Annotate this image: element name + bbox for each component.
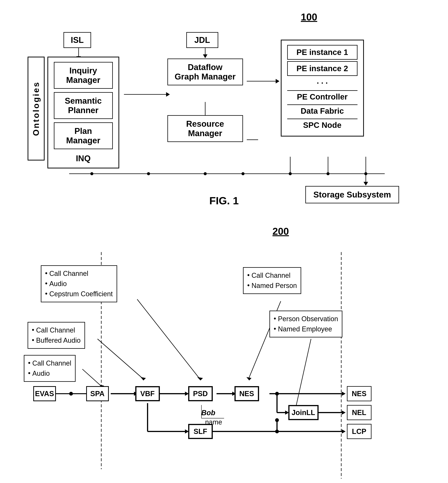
svg-point-14 [241,172,245,175]
svg-point-16 [327,172,329,175]
fig2-label-200: 200 [272,226,289,237]
annotation-box-4: •Call Channel •Named Person [243,267,301,294]
nes-node-right: NES [347,386,371,401]
dataflow-box: DataflowGraph Manager [168,59,243,85]
annotation-box-2: •Call Channel •Buffered Audio [28,322,85,349]
svg-marker-55 [342,429,346,434]
plan-manager-box: PlanManager [54,122,113,149]
svg-marker-53 [342,392,346,396]
svg-marker-57 [342,411,346,415]
semantic-planner-box: SemanticPlanner [54,92,113,119]
storage-box: Storage Subsystem [305,186,399,203]
spa-node: SPA [86,386,109,401]
ontologies-box: Ontologies [28,57,45,161]
svg-marker-44 [246,377,251,381]
svg-line-45 [296,339,311,407]
svg-point-17 [364,172,367,175]
nel-node: NEL [347,405,371,420]
svg-marker-5 [203,55,208,58]
svg-point-15 [289,172,292,175]
svg-marker-8 [276,79,280,84]
vbf-node: VBF [135,386,160,401]
bob-label: Bob [201,409,216,417]
svg-marker-22 [364,182,368,186]
svg-marker-3 [166,92,170,97]
isl-box: ISL [64,32,91,48]
fig1-label-100: 100 [301,11,317,23]
svg-point-48 [275,392,279,396]
svg-point-12 [147,172,150,175]
ontologies-label: Ontologies [31,81,41,136]
pe-outer-box: PE instance 1 PE instance 2 · · · PE Con… [281,40,364,137]
svg-marker-40 [141,377,146,381]
spc-node-label: SPC Node [287,119,358,131]
svg-point-13 [204,172,207,175]
annotation-box-1: •Call Channel •Audio •Cepstrum Coefficie… [41,265,117,302]
fig2-section: 200 [15,226,433,483]
svg-line-37 [137,299,200,379]
fig1-caption: FIG. 1 [209,195,239,207]
slf-node: SLF [188,424,213,439]
psd-node: PSD [188,386,213,401]
inq-outer-box: InquiryManager SemanticPlanner PlanManag… [48,57,119,168]
joinll-node: JoinLL [288,405,319,420]
evas-node: EVAS [33,386,56,401]
svg-line-39 [97,339,143,379]
svg-line-41 [82,369,101,386]
page-container: 100 [0,0,448,483]
jdl-box: JDL [186,32,218,48]
pe-dots: · · · [287,78,358,89]
annotation-box-5: •Person Observation •Named Employee [269,311,343,337]
svg-point-26 [69,392,73,396]
lcp-node: LCP [347,424,371,439]
svg-point-59 [275,429,279,433]
nes-node-left: NES [234,386,259,401]
pe-instance-2: PE instance 2 [287,61,358,76]
pe-controller-label: PE Controller [287,90,358,103]
svg-point-11 [90,172,93,175]
fig2-diagram: •Call Channel •Audio •Cepstrum Coefficie… [16,243,432,483]
svg-point-61 [275,418,279,422]
inq-label: INQ [54,153,113,163]
svg-marker-38 [197,377,203,381]
pe-instance-1: PE instance 1 [287,45,358,60]
data-fabric-label: Data Fabric [287,104,358,117]
inquiry-manager-box: InquiryManager [54,62,113,89]
annotation-box-3: •Call Channel •Audio [24,355,76,382]
fig1-section: 100 [15,11,433,207]
resource-manager-box: ResourceManager [168,115,243,142]
